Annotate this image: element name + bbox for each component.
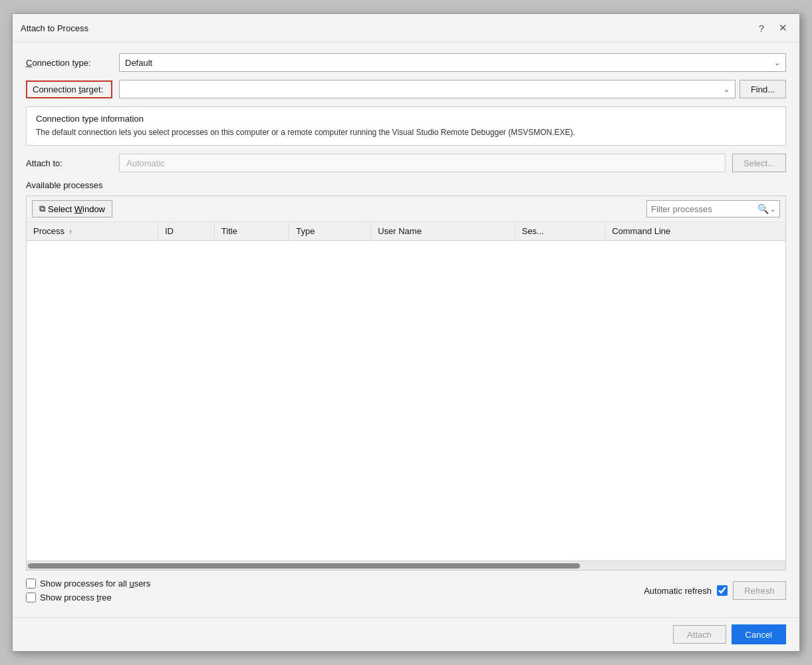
col-commandline[interactable]: Command Line <box>605 222 785 241</box>
attach-to-label: Attach to: <box>26 158 112 168</box>
connection-target-label: Connection target: <box>33 84 103 94</box>
col-session[interactable]: Ses... <box>515 222 605 241</box>
connection-type-value: Default <box>125 58 152 68</box>
show-process-tree-checkbox[interactable] <box>26 593 36 602</box>
show-all-users-checkbox[interactable] <box>26 579 36 589</box>
attach-to-row: Attach to: Automatic Select... <box>26 154 786 172</box>
auto-refresh-label: Automatic refresh <box>644 586 712 596</box>
connection-type-row: CConnection type:onnection type: Default… <box>26 53 786 72</box>
col-username[interactable]: User Name <box>371 222 515 241</box>
find-button[interactable]: Find... <box>740 80 786 98</box>
connection-type-dropdown[interactable]: Default ⌄ <box>119 53 786 72</box>
select-window-button[interactable]: ⧉ Select Window <box>32 200 112 217</box>
window-select-icon: ⧉ <box>39 203 45 214</box>
attach-to-input: Automatic <box>119 154 726 172</box>
refresh-button[interactable]: Refresh <box>733 581 786 600</box>
show-all-users-label[interactable]: Show processes for all users <box>40 579 150 589</box>
info-description: The default connection lets you select p… <box>36 126 776 138</box>
select-window-label: Select Window <box>48 204 105 214</box>
filter-box: 🔍 ⌄ <box>646 200 780 217</box>
chevron-down-icon: ⌄ <box>774 59 780 67</box>
processes-header: ⧉ Select Window 🔍 ⌄ <box>27 196 785 222</box>
title-bar: Attach to Process ? ✕ <box>13 14 799 43</box>
attach-placeholder: Automatic <box>126 158 165 168</box>
auto-refresh-group: Automatic refresh Refresh <box>644 581 786 600</box>
help-button[interactable]: ? <box>753 19 770 37</box>
process-table: Process ↑ ID Title Type User Name Ses...… <box>27 222 785 241</box>
available-processes-label: Available processes <box>26 180 786 190</box>
cancel-button[interactable]: Cancel <box>732 624 786 644</box>
info-title: Connection type information <box>36 114 776 124</box>
sort-asc-icon: ↑ <box>69 228 72 235</box>
checkbox-group: Show processes for all users Show proces… <box>26 579 150 602</box>
process-table-container: Process ↑ ID Title Type User Name Ses...… <box>27 222 785 561</box>
horizontal-scrollbar[interactable] <box>27 561 785 570</box>
select-button[interactable]: Select... <box>732 154 786 172</box>
filter-processes-input[interactable] <box>651 204 757 214</box>
show-process-tree-label[interactable]: Show process tree <box>40 593 112 602</box>
show-process-tree-row: Show process tree <box>26 593 150 602</box>
bottom-options: Show processes for all users Show proces… <box>26 575 786 606</box>
connection-target-dropdown[interactable]: ⌄ <box>119 80 736 98</box>
dialog-content: CConnection type:onnection type: Default… <box>13 43 799 617</box>
available-processes-section: Available processes ⧉ Select Window 🔍 ⌄ <box>26 180 786 606</box>
col-id[interactable]: ID <box>158 222 214 241</box>
connection-target-row: Connection target: ⌄ Find... <box>26 80 786 98</box>
connection-target-label-box: Connection target: <box>26 80 112 98</box>
title-bar-buttons: ? ✕ <box>753 19 791 37</box>
connection-type-label: CConnection type:onnection type: <box>26 58 112 68</box>
filter-dropdown-icon[interactable]: ⌄ <box>770 205 775 213</box>
chevron-down-icon: ⌄ <box>724 85 730 94</box>
show-all-users-row: Show processes for all users <box>26 579 150 589</box>
scrollbar-thumb[interactable] <box>28 563 580 569</box>
available-processes-panel: ⧉ Select Window 🔍 ⌄ Process ↑ <box>26 196 786 571</box>
table-header-row: Process ↑ ID Title Type User Name Ses...… <box>27 222 785 241</box>
connection-info-box: Connection type information The default … <box>26 106 786 146</box>
col-process[interactable]: Process ↑ <box>27 222 158 241</box>
connection-target-input-wrap: ⌄ Find... <box>119 80 786 98</box>
attach-button[interactable]: Attach <box>673 625 726 644</box>
auto-refresh-checkbox[interactable] <box>717 585 728 596</box>
close-button[interactable]: ✕ <box>774 19 791 37</box>
col-title[interactable]: Title <box>214 222 289 241</box>
attach-to-process-dialog: Attach to Process ? ✕ CConnection type:o… <box>12 13 800 652</box>
dialog-footer: Attach Cancel <box>13 617 799 651</box>
col-type[interactable]: Type <box>289 222 371 241</box>
search-icon: 🔍 <box>757 203 769 214</box>
dialog-title: Attach to Process <box>21 23 88 33</box>
